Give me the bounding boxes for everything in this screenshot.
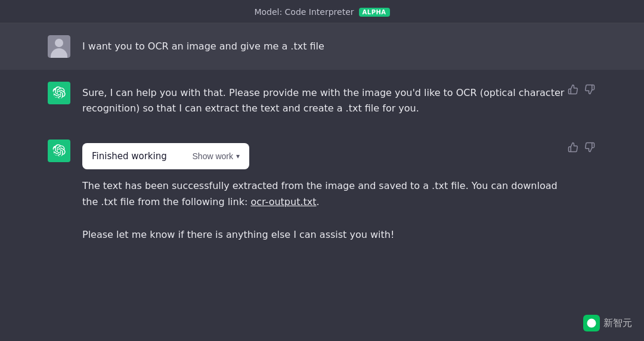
ocr-output-link[interactable]: ocr-output.txt xyxy=(250,196,316,207)
chevron-down-icon: ▾ xyxy=(236,152,240,160)
show-work-label: Show work xyxy=(193,151,233,161)
user-message-text: I want you to OCR an image and give me a… xyxy=(82,35,571,54)
watermark: 新智元 xyxy=(583,315,632,331)
response-period: . xyxy=(317,196,320,207)
gpt-avatar-1 xyxy=(48,82,70,104)
thumbup-button-1[interactable] xyxy=(566,83,580,96)
response-line3: Please let me know if there is anything … xyxy=(82,229,394,240)
alpha-badge: ALPHA xyxy=(359,8,390,17)
watermark-brand: 新智元 xyxy=(603,317,632,330)
finished-working-label: Finished working xyxy=(92,149,181,163)
chat-container: I want you to OCR an image and give me a… xyxy=(0,23,644,337)
thumbup-button-2[interactable] xyxy=(566,141,580,154)
thumbdown-button-2[interactable] xyxy=(583,141,596,154)
gpt-avatar-2 xyxy=(48,140,70,162)
message-actions-1 xyxy=(566,83,596,96)
user-avatar xyxy=(48,35,70,58)
user-message-row: I want you to OCR an image and give me a… xyxy=(0,23,644,70)
show-work-button[interactable]: Show work ▾ xyxy=(181,151,240,161)
wechat-icon xyxy=(583,315,600,331)
header: Model: Code Interpreter ALPHA xyxy=(0,0,644,23)
assistant-message-row-2: Finished working Show work ▾ The text ha… xyxy=(0,128,644,257)
model-label: Model: Code Interpreter xyxy=(254,7,354,17)
assistant-message-row-1: Sure, I can help you with that. Please p… xyxy=(0,70,644,128)
thumbdown-button-1[interactable] xyxy=(583,83,596,96)
assistant-response-text-2: The text has been successfully extracted… xyxy=(82,178,571,243)
assistant-message-content-2: Finished working Show work ▾ The text ha… xyxy=(82,140,571,243)
response-line1: The text has been successfully extracted… xyxy=(82,180,558,207)
finished-working-box: Finished working Show work ▾ xyxy=(82,143,249,169)
message-actions-2 xyxy=(566,141,596,154)
assistant-message-text-1: Sure, I can help you with that. Please p… xyxy=(82,82,571,116)
